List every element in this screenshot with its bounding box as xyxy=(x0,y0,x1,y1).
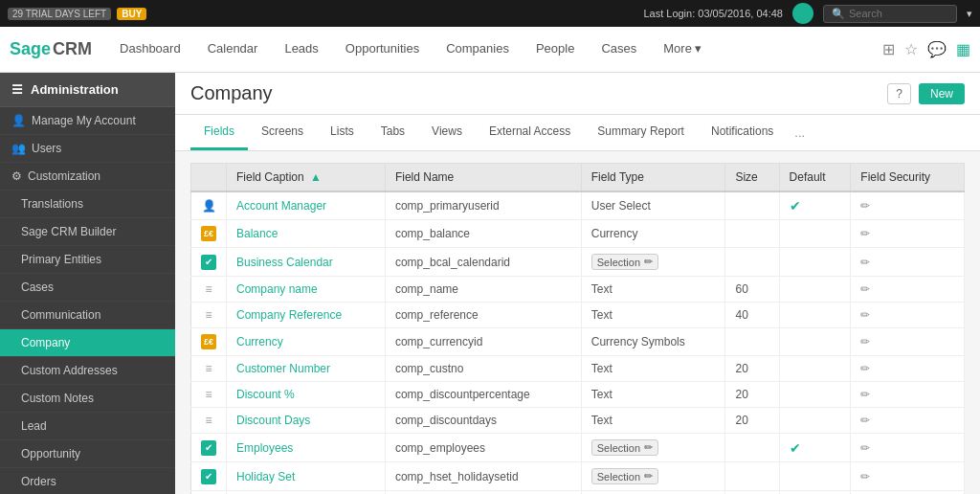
admin-icon: ☰ xyxy=(11,82,23,97)
edit-icon[interactable]: ✏ xyxy=(860,362,870,375)
table-row: ≡ Discount Days comp_discountdays Text 2… xyxy=(191,408,965,434)
nav-more[interactable]: More ▾ xyxy=(650,27,715,73)
row-caption[interactable]: Account Manager xyxy=(227,191,386,220)
sidebar-item-translations[interactable]: Translations xyxy=(0,191,175,218)
grid-icon[interactable]: ⊞ xyxy=(882,40,895,58)
row-caption[interactable]: Discount Days xyxy=(227,408,386,434)
search-box[interactable]: 🔍 xyxy=(823,5,957,23)
tab-notifications[interactable]: Notifications xyxy=(698,115,787,150)
row-caption[interactable]: Customer Number xyxy=(227,356,386,382)
nav-icons: ⊞ ☆ 💬 ▦ xyxy=(882,40,970,58)
selection-badge: Selection ✏ xyxy=(591,254,658,270)
row-field-type: Text xyxy=(581,408,725,434)
edit-icon[interactable]: ✏ xyxy=(860,308,870,322)
search-icon: 🔍 xyxy=(832,8,845,20)
star-icon[interactable]: ☆ xyxy=(904,40,918,58)
nav-dashboard[interactable]: Dashboard xyxy=(106,27,194,73)
user-avatar[interactable] xyxy=(792,3,813,24)
table-row: ✔ Holiday Set comp_hset_holidaysetid Sel… xyxy=(191,462,965,491)
sidebar-item-company[interactable]: Company ▶ xyxy=(0,329,175,357)
sidebar-item-manage-account[interactable]: 👤 Manage My Account xyxy=(0,107,175,135)
help-button[interactable]: ? xyxy=(887,83,911,104)
tab-external-access[interactable]: External Access xyxy=(476,115,584,150)
customization-icon: ⚙ xyxy=(11,169,22,183)
sidebar-item-custom-notes[interactable]: Custom Notes xyxy=(0,385,175,413)
row-security: ✏ xyxy=(851,303,965,328)
chat-icon[interactable]: 💬 xyxy=(927,40,947,58)
row-caption[interactable]: Currency xyxy=(227,328,386,356)
row-caption[interactable]: Discount % xyxy=(227,382,386,408)
sidebar-item-lead[interactable]: Lead xyxy=(0,413,175,440)
header-actions: ? New xyxy=(887,83,965,104)
nav-calendar[interactable]: Calendar xyxy=(194,27,272,73)
chevron-down-icon[interactable]: ▾ xyxy=(967,8,972,20)
row-field-type: Currency Symbols xyxy=(581,328,725,356)
edit-icon[interactable]: ✏ xyxy=(860,256,870,269)
sidebar-item-orders[interactable]: Orders xyxy=(0,468,175,494)
row-field-name: comp_discountpercentage xyxy=(385,382,581,408)
sidebar-item-sage-crm-builder[interactable]: Sage CRM Builder xyxy=(0,218,175,246)
row-caption[interactable]: Industry xyxy=(227,491,386,495)
row-icon-cell: ✔ xyxy=(191,462,227,491)
tab-views[interactable]: Views xyxy=(418,115,476,150)
row-size xyxy=(725,462,779,491)
sidebar-item-primary-entities[interactable]: Primary Entities xyxy=(0,246,175,274)
row-field-type: Text xyxy=(581,303,725,328)
row-caption[interactable]: Balance xyxy=(227,220,386,248)
sidebar-item-opportunity[interactable]: Opportunity xyxy=(0,440,175,468)
row-caption[interactable]: Holiday Set xyxy=(227,462,386,491)
edit-icon[interactable]: ✏ xyxy=(860,441,870,455)
tab-screens[interactable]: Screens xyxy=(248,115,317,150)
tab-more[interactable]: ... xyxy=(787,116,813,149)
nav-cases[interactable]: Cases xyxy=(588,27,650,73)
tab-fields[interactable]: Fields xyxy=(190,115,248,150)
sidebar-item-customization[interactable]: ⚙ Customization xyxy=(0,163,175,191)
th-field-caption[interactable]: Field Caption ▲ xyxy=(227,164,386,192)
edit-icon[interactable]: ✏ xyxy=(860,388,870,401)
tab-summary-report[interactable]: Summary Report xyxy=(584,115,698,150)
row-caption[interactable]: Company Reference xyxy=(227,303,386,328)
buy-button[interactable]: BUY xyxy=(117,8,146,20)
green-check-icon: ✔ xyxy=(201,255,216,270)
sidebar-item-cases[interactable]: Cases xyxy=(0,274,175,302)
edit-icon[interactable]: ✏ xyxy=(860,470,870,483)
sidebar-item-custom-addresses[interactable]: Custom Addresses xyxy=(0,357,175,385)
nav-opportunities[interactable]: Opportunities xyxy=(332,27,433,73)
row-field-type: User Select xyxy=(581,191,725,220)
edit-icon[interactable]: ✏ xyxy=(860,282,870,296)
sidebar-section-administration[interactable]: ☰ Administration xyxy=(0,73,175,107)
row-icon-cell: ≡ xyxy=(191,303,227,328)
new-button[interactable]: New xyxy=(919,83,965,104)
row-caption[interactable]: Business Calendar xyxy=(227,248,386,277)
tab-tabs[interactable]: Tabs xyxy=(368,115,418,150)
tabs-bar: Fields Screens Lists Tabs Views External… xyxy=(175,115,980,151)
sidebar-admin-label: Administration xyxy=(31,82,119,97)
fields-table: Field Caption ▲ Field Name Field Type Si… xyxy=(190,163,965,494)
nav-leads[interactable]: Leads xyxy=(271,27,331,73)
sage-logo: Sage CRM xyxy=(10,39,92,59)
table-row: ✔ Employees comp_employees Selection ✏ ✔… xyxy=(191,434,965,462)
dashboard-icon[interactable]: ▦ xyxy=(956,40,970,58)
nav-companies[interactable]: Companies xyxy=(433,27,523,73)
edit-icon[interactable]: ✏ xyxy=(860,227,870,240)
th-default: Default xyxy=(779,164,851,192)
edit-icon[interactable]: ✏ xyxy=(860,199,870,213)
th-field-name: Field Name xyxy=(385,164,581,192)
tab-lists[interactable]: Lists xyxy=(317,115,368,150)
edit-icon[interactable]: ✏ xyxy=(860,414,870,427)
row-size xyxy=(725,491,779,495)
row-caption[interactable]: Company name xyxy=(227,277,386,303)
sidebar-item-users[interactable]: 👥 Users xyxy=(0,135,175,163)
table-row: 👤 Account Manager comp_primaryuserid Use… xyxy=(191,191,965,220)
row-caption[interactable]: Employees xyxy=(227,434,386,462)
edit-icon[interactable]: ✏ xyxy=(860,335,870,348)
table-row: ✔ Industry comp_indcode Selection ✏ ✏ xyxy=(191,491,965,495)
search-input[interactable] xyxy=(849,8,945,19)
row-security: ✏ xyxy=(851,191,965,220)
row-security: ✏ xyxy=(851,434,965,462)
nav-people[interactable]: People xyxy=(523,27,588,73)
green-check-icon: ✔ xyxy=(201,440,216,456)
sidebar-item-communication[interactable]: Communication xyxy=(0,302,175,329)
last-login-text: Last Login: 03/05/2016, 04:48 xyxy=(643,8,783,19)
person-icon: 👤 xyxy=(202,199,216,213)
